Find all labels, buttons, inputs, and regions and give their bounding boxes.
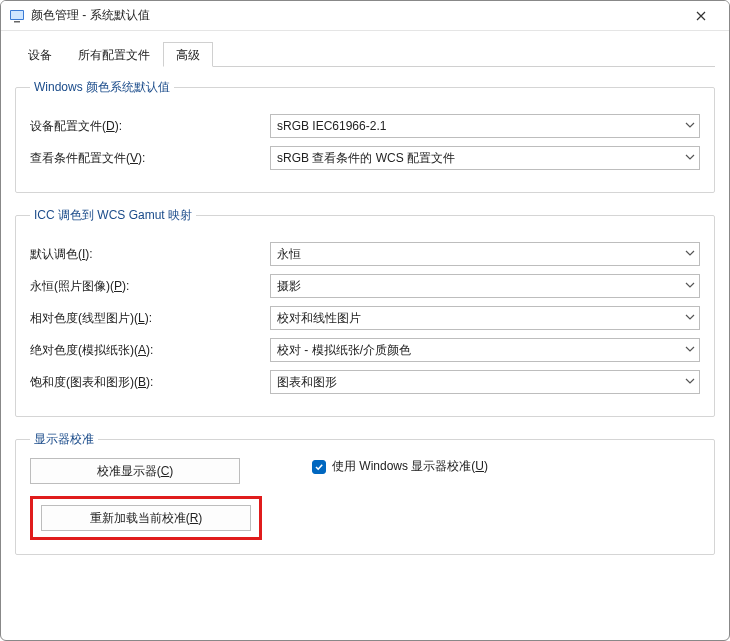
highlight-annotation: 重新加载当前校准(R): [30, 496, 262, 540]
reload-calibration-button[interactable]: 重新加载当前校准(R): [41, 505, 251, 531]
use-windows-calibration-checkbox[interactable]: 使用 Windows 显示器校准(U): [312, 458, 488, 475]
window-title: 颜色管理 - 系统默认值: [31, 7, 150, 24]
chevron-down-icon: [685, 343, 695, 357]
perceptual-label: 永恒(照片图像)(P):: [30, 278, 270, 295]
group-windows-defaults: Windows 颜色系统默认值 设备配置文件(D): sRGB IEC61966…: [15, 79, 715, 193]
group-icc-wcs-legend: ICC 调色到 WCS Gamut 映射: [30, 207, 196, 224]
chevron-down-icon: [685, 279, 695, 293]
chevron-down-icon: [685, 375, 695, 389]
calibrate-display-button[interactable]: 校准显示器(C): [30, 458, 240, 484]
close-button[interactable]: [681, 2, 721, 30]
perceptual-value: 摄影: [277, 278, 301, 295]
tab-advanced[interactable]: 高级: [163, 42, 213, 67]
device-profile-value: sRGB IEC61966-2.1: [277, 119, 386, 133]
svg-rect-2: [14, 21, 20, 23]
app-icon: [9, 8, 25, 24]
viewing-profile-label: 查看条件配置文件(V):: [30, 150, 270, 167]
absolute-colorimetric-label: 绝对色度(模拟纸张)(A):: [30, 342, 270, 359]
chevron-down-icon: [685, 119, 695, 133]
chevron-down-icon: [685, 151, 695, 165]
default-render-select[interactable]: 永恒: [270, 242, 700, 266]
relative-colorimetric-value: 校对和线性图片: [277, 310, 361, 327]
chevron-down-icon: [685, 247, 695, 261]
group-icc-wcs: ICC 调色到 WCS Gamut 映射 默认调色(I): 永恒 永恒(照片图像…: [15, 207, 715, 417]
absolute-colorimetric-value: 校对 - 模拟纸张/介质颜色: [277, 342, 411, 359]
default-render-value: 永恒: [277, 246, 301, 263]
tab-devices[interactable]: 设备: [15, 42, 65, 67]
titlebar: 颜色管理 - 系统默认值: [1, 1, 729, 31]
group-display-calibration-legend: 显示器校准: [30, 431, 98, 448]
device-profile-label: 设备配置文件(D):: [30, 118, 270, 135]
saturation-value: 图表和图形: [277, 374, 337, 391]
use-windows-calibration-label: 使用 Windows 显示器校准(U): [332, 458, 488, 475]
default-render-label: 默认调色(I):: [30, 246, 270, 263]
saturation-label: 饱和度(图表和图形)(B):: [30, 374, 270, 391]
perceptual-select[interactable]: 摄影: [270, 274, 700, 298]
svg-rect-1: [11, 11, 23, 19]
absolute-colorimetric-select[interactable]: 校对 - 模拟纸张/介质颜色: [270, 338, 700, 362]
chevron-down-icon: [685, 311, 695, 325]
group-windows-defaults-legend: Windows 颜色系统默认值: [30, 79, 174, 96]
group-display-calibration: 显示器校准 校准显示器(C) 重新加载当前校准(R) 使用 Windows 显示…: [15, 431, 715, 555]
saturation-select[interactable]: 图表和图形: [270, 370, 700, 394]
viewing-profile-value: sRGB 查看条件的 WCS 配置文件: [277, 150, 455, 167]
relative-colorimetric-label: 相对色度(线型图片)(L):: [30, 310, 270, 327]
viewing-profile-select[interactable]: sRGB 查看条件的 WCS 配置文件: [270, 146, 700, 170]
device-profile-select[interactable]: sRGB IEC61966-2.1: [270, 114, 700, 138]
tab-strip: 设备 所有配置文件 高级: [15, 41, 715, 67]
tab-all-profiles[interactable]: 所有配置文件: [65, 42, 163, 67]
check-icon: [312, 460, 326, 474]
relative-colorimetric-select[interactable]: 校对和线性图片: [270, 306, 700, 330]
